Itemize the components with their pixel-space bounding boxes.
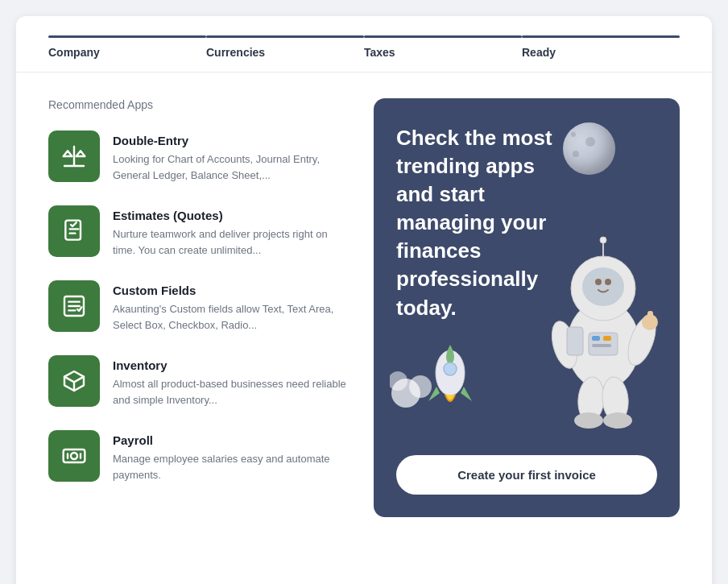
step-line-taxes: [364, 35, 522, 38]
main-content: Recommended Apps Double-Entry Looking fo…: [16, 72, 712, 543]
svg-rect-0: [65, 221, 81, 240]
payroll-info: Payroll Manage employee salaries easy an…: [113, 430, 348, 483]
list-item: Payroll Manage employee salaries easy an…: [48, 430, 348, 483]
svg-point-6: [582, 267, 624, 306]
svg-point-15: [574, 412, 603, 429]
svg-rect-20: [592, 344, 611, 347]
inventory-icon: [48, 355, 100, 407]
section-title: Recommended Apps: [48, 98, 348, 111]
inventory-name: Inventory: [113, 358, 348, 372]
estimates-icon: [48, 205, 100, 257]
custom-fields-info: Custom Fields Akaunting's Custom fields …: [113, 280, 348, 333]
svg-rect-18: [592, 336, 600, 341]
step-currencies: Currencies: [206, 35, 364, 72]
double-entry-name: Double-Entry: [113, 134, 348, 147]
inventory-info: Inventory Almost all product-based busin…: [113, 355, 348, 408]
list-item: Estimates (Quotes) Nurture teamwork and …: [48, 205, 348, 258]
custom-fields-name: Custom Fields: [113, 284, 348, 297]
custom-fields-icon: [48, 280, 100, 332]
svg-point-25: [409, 375, 432, 398]
double-entry-desc: Looking for Chart of Accounts, Journal E…: [113, 151, 348, 183]
rocket-illustration: [390, 329, 486, 420]
list-item: Custom Fields Akaunting's Custom fields …: [48, 280, 348, 333]
scales-icon: [61, 143, 87, 169]
svg-rect-2: [64, 449, 85, 462]
svg-point-28: [444, 362, 457, 375]
svg-rect-21: [567, 327, 583, 355]
moon-crater-1: [585, 137, 595, 147]
step-line-ready: [522, 35, 680, 38]
estimates-info: Estimates (Quotes) Nurture teamwork and …: [113, 205, 348, 258]
step-label-company: Company: [48, 46, 100, 59]
moon-shape: [563, 122, 615, 175]
create-invoice-button[interactable]: Create your first invoice: [396, 455, 657, 495]
document-check-icon: [61, 218, 87, 244]
estimates-desc: Nurture teamwork and deliver projects ri…: [113, 226, 348, 258]
payroll-desc: Manage employee salaries easy and automa…: [113, 451, 348, 483]
step-label-currencies: Currencies: [206, 46, 265, 59]
step-taxes: Taxes: [364, 35, 522, 72]
double-entry-icon: [48, 130, 100, 182]
step-ready: Ready: [522, 35, 680, 72]
step-line-currencies: [206, 35, 364, 38]
step-company: Company: [48, 35, 206, 72]
payroll-name: Payroll: [113, 433, 348, 447]
step-line-company: [48, 35, 206, 38]
step-label-ready: Ready: [522, 46, 556, 59]
astronaut-svg: [523, 184, 680, 441]
custom-fields-desc: Akaunting's Custom fields allow Text, Te…: [113, 301, 348, 333]
svg-rect-12: [647, 311, 653, 324]
list-item: Inventory Almost all product-based busin…: [48, 355, 348, 408]
moon-crater-3: [571, 132, 576, 137]
svg-point-7: [595, 279, 602, 285]
estimates-name: Estimates (Quotes): [113, 209, 348, 222]
svg-rect-19: [603, 336, 611, 341]
inventory-desc: Almost all product-based businesses need…: [113, 376, 348, 408]
astronaut-illustration: [523, 184, 680, 445]
svg-point-3: [71, 453, 77, 459]
list-item: Double-Entry Looking for Chart of Accoun…: [48, 130, 348, 183]
stepper: Company Currencies Taxes Ready: [16, 16, 712, 72]
list-check-icon: [61, 293, 87, 319]
double-entry-info: Double-Entry Looking for Chart of Accoun…: [113, 130, 348, 183]
cash-icon: [61, 443, 87, 469]
moon-crater-2: [573, 151, 579, 157]
rocket-svg: [390, 329, 486, 417]
box-icon: [61, 368, 87, 394]
main-container: Company Currencies Taxes Ready Recommend…: [16, 16, 712, 584]
left-panel: Recommended Apps Double-Entry Looking fo…: [48, 98, 348, 517]
svg-point-23: [600, 237, 606, 243]
right-panel: Check the most trending apps and start m…: [374, 98, 680, 517]
svg-point-16: [603, 412, 632, 429]
step-label-taxes: Taxes: [364, 46, 395, 59]
payroll-icon: [48, 430, 100, 482]
svg-point-8: [605, 279, 611, 285]
